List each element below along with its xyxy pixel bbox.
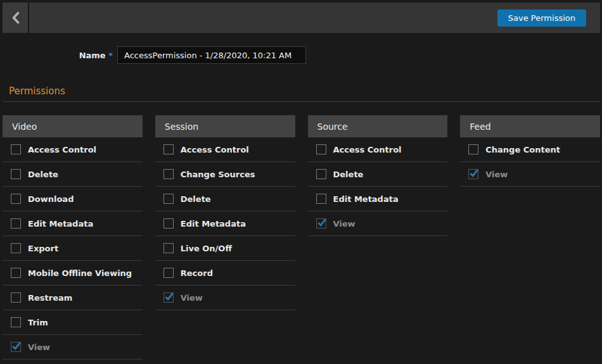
checkbox-unchecked[interactable] <box>11 194 21 204</box>
permission-row: Edit Metadata <box>3 211 143 236</box>
permission-column-source: SourceAccess ControlDeleteEdit MetadataV… <box>308 115 448 360</box>
permission-row: View <box>155 286 295 310</box>
column-header-feed: Feed <box>460 115 600 137</box>
permission-label: Record <box>181 268 213 278</box>
permission-row: Access Control <box>155 137 295 162</box>
checkbox-unchecked[interactable] <box>11 292 21 303</box>
permission-row: Trim <box>3 310 143 335</box>
checkbox-unchecked[interactable] <box>11 169 21 179</box>
permission-label: View <box>28 342 50 352</box>
permissions-grid: VideoAccess ControlDeleteDownloadEdit Me… <box>3 115 600 360</box>
name-label-text: Name <box>79 51 106 60</box>
permission-row: Live On/Off <box>155 236 295 261</box>
permission-row: Edit Metadata <box>308 187 448 211</box>
permission-row: Change Sources <box>155 162 295 187</box>
permission-row: Delete <box>155 187 295 211</box>
checkbox-unchecked[interactable] <box>163 144 174 154</box>
checkbox-unchecked[interactable] <box>11 317 21 327</box>
checkbox-checked <box>316 218 326 229</box>
section-divider <box>3 101 600 102</box>
save-permission-button[interactable]: Save Permission <box>497 9 586 27</box>
column-header-source: Source <box>308 115 448 137</box>
checkbox-checked <box>163 292 174 303</box>
name-label: Name * <box>0 51 113 60</box>
permission-row: Access Control <box>3 137 143 162</box>
permission-label: Change Content <box>485 145 560 154</box>
permission-row: Export <box>3 236 143 261</box>
permission-label: View <box>485 170 508 179</box>
checkbox-unchecked[interactable] <box>316 144 326 154</box>
permission-row: Download <box>3 187 143 211</box>
checkbox-unchecked[interactable] <box>468 144 478 154</box>
checkbox-unchecked[interactable] <box>316 169 326 179</box>
column-header-session: Session <box>155 115 295 137</box>
permission-label: Restream <box>28 293 72 303</box>
permission-label: View <box>333 219 355 229</box>
permission-label: Live On/Off <box>181 244 232 253</box>
permission-label: Trim <box>28 318 48 327</box>
checkbox-unchecked[interactable] <box>11 218 21 229</box>
permission-label: Download <box>28 194 74 204</box>
checkbox-unchecked[interactable] <box>163 169 174 179</box>
permission-label: Change Sources <box>181 170 255 179</box>
permissions-section-title: Permissions <box>9 85 65 97</box>
permission-label: Edit Metadata <box>333 194 399 204</box>
permission-label: Edit Metadata <box>28 219 93 229</box>
permission-row: View <box>3 335 143 360</box>
permission-column-video: VideoAccess ControlDeleteDownloadEdit Me… <box>3 115 143 360</box>
permission-label: View <box>181 293 203 303</box>
name-input[interactable] <box>117 46 306 64</box>
permission-label: Edit Metadata <box>181 219 246 229</box>
checkbox-unchecked[interactable] <box>11 243 21 253</box>
permission-label: Access Control <box>333 145 402 154</box>
permission-label: Mobile Offline Viewing <box>28 268 132 278</box>
permission-row: View <box>308 211 448 236</box>
checkbox-unchecked[interactable] <box>11 144 21 154</box>
permission-row: Record <box>155 261 295 286</box>
permission-label: Delete <box>333 170 364 179</box>
checkbox-unchecked[interactable] <box>316 194 326 204</box>
checkbox-checked <box>11 342 21 352</box>
checkbox-unchecked[interactable] <box>163 218 174 229</box>
checkbox-unchecked[interactable] <box>11 268 21 278</box>
checkbox-checked <box>468 169 478 179</box>
permission-row: Mobile Offline Viewing <box>3 261 143 286</box>
permission-row: View <box>460 162 600 187</box>
permission-row: Change Content <box>460 137 600 162</box>
checkbox-unchecked[interactable] <box>163 243 174 253</box>
checkbox-unchecked[interactable] <box>163 268 174 278</box>
permission-column-feed: FeedChange ContentView <box>460 115 600 360</box>
permission-row: Delete <box>3 162 143 187</box>
permission-label: Access Control <box>28 145 96 154</box>
chevron-left-icon <box>11 11 20 24</box>
name-field-row: Name * <box>0 46 306 64</box>
permission-label: Delete <box>181 194 211 204</box>
permission-column-session: SessionAccess ControlChange SourcesDelet… <box>155 115 295 360</box>
required-marker: * <box>108 51 113 60</box>
checkbox-unchecked[interactable] <box>163 194 174 204</box>
permission-label: Export <box>28 244 58 253</box>
permission-row: Edit Metadata <box>155 211 295 236</box>
column-header-video: Video <box>3 115 143 137</box>
permission-label: Delete <box>28 170 58 179</box>
permission-row: Restream <box>3 286 143 310</box>
permission-row: Delete <box>308 162 448 187</box>
back-button[interactable] <box>3 3 29 33</box>
top-bar: Save Permission <box>3 3 600 33</box>
permission-label: Access Control <box>181 145 249 154</box>
permission-row: Access Control <box>308 137 448 162</box>
